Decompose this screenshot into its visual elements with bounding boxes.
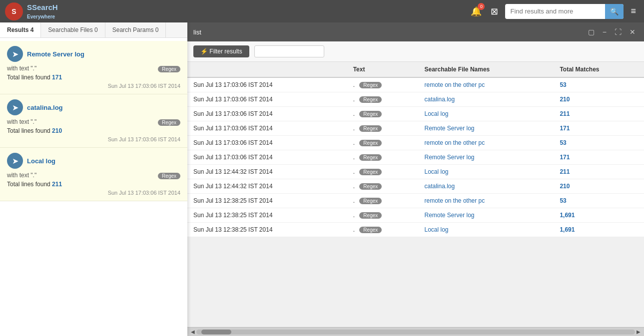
results-table-wrap[interactable]: Text Searchable File Names Total Matches… xyxy=(187,62,644,327)
cell-text: . Regex xyxy=(347,179,419,194)
result-title: Local log xyxy=(27,157,55,165)
result-arrow-icon: ➤ xyxy=(7,153,23,169)
scroll-track[interactable] xyxy=(196,330,635,335)
list-item[interactable]: ➤ Remote Server log with text "." Regex … xyxy=(0,41,187,94)
right-panel-title: list xyxy=(193,28,201,36)
result-title: catalina.log xyxy=(27,104,63,111)
left-panel: Results 4 Searchable Files 0 Search Para… xyxy=(0,22,187,336)
cell-date: Sun Jul 13 12:38:25 IST 2014 xyxy=(187,194,347,208)
horizontal-scrollbar[interactable]: ◀ ▶ xyxy=(187,327,644,336)
panel-minimize-button[interactable]: − xyxy=(600,27,609,37)
cell-date: Sun Jul 13 17:03:06 IST 2014 xyxy=(187,136,347,150)
table-row: Sun Jul 13 17:03:06 IST 2014 . Regex Rem… xyxy=(187,121,644,136)
result-text-meta: with text "." xyxy=(7,172,36,179)
regex-badge: Regex xyxy=(158,66,180,72)
result-text-meta: with text "." xyxy=(7,118,36,125)
cell-text: . Regex xyxy=(347,92,419,107)
cell-matches: 210 xyxy=(554,179,644,194)
result-count: Total lines found 211 xyxy=(7,181,180,188)
cell-matches: 211 xyxy=(554,107,644,121)
tab-results[interactable]: Results 4 xyxy=(0,22,41,37)
cell-file: Remote Server log xyxy=(419,150,554,165)
col-text: Text xyxy=(347,62,419,77)
tabs-bar: Results 4 Searchable Files 0 Search Para… xyxy=(0,22,187,38)
cell-date: Sun Jul 13 12:38:25 IST 2014 xyxy=(187,208,347,223)
cell-matches: 53 xyxy=(554,136,644,150)
list-item[interactable]: ➤ catalina.log with text "." Regex Total… xyxy=(0,94,187,148)
cell-date: Sun Jul 13 17:03:06 IST 2014 xyxy=(187,92,347,107)
regex-badge: Regex xyxy=(158,119,180,126)
cell-matches: 1,691 xyxy=(554,208,644,223)
tab-search-params[interactable]: Search Params 0 xyxy=(105,22,166,37)
table-row: Sun Jul 13 17:03:06 IST 2014 . Regex cat… xyxy=(187,92,644,107)
cell-text: . Regex xyxy=(347,194,419,208)
table-row: Sun Jul 13 12:38:25 IST 2014 . Regex Rem… xyxy=(187,208,644,223)
result-count: Total lines found 171 xyxy=(7,74,180,81)
global-search-input[interactable] xyxy=(505,7,605,15)
table-row: Sun Jul 13 17:03:06 IST 2014 . Regex Rem… xyxy=(187,150,644,165)
result-timestamp: Sun Jul 13 17:03:06 IST 2014 xyxy=(7,136,180,142)
cell-file: catalina.log xyxy=(419,179,554,194)
col-date xyxy=(187,62,347,77)
header-right: 🔔 0 ⊠ 🔍 ≡ xyxy=(469,4,639,19)
cell-matches: 53 xyxy=(554,77,644,92)
cell-date: Sun Jul 13 12:38:25 IST 2014 xyxy=(187,223,347,237)
result-title: Remote Server log xyxy=(27,50,84,58)
panel-square-button[interactable]: ▢ xyxy=(586,27,597,37)
cell-text: . Regex xyxy=(347,107,419,121)
table-row: Sun Jul 13 12:38:25 IST 2014 . Regex Loc… xyxy=(187,223,644,237)
result-text-meta: with text "." xyxy=(7,65,36,72)
filter-results-button[interactable]: ⚡ Filter results xyxy=(193,45,249,57)
cell-file: Local log xyxy=(419,223,554,237)
cell-date: Sun Jul 13 17:03:06 IST 2014 xyxy=(187,77,347,92)
notification-button[interactable]: 🔔 0 xyxy=(469,4,484,19)
cell-file: catalina.log xyxy=(419,92,554,107)
cell-date: Sun Jul 13 12:44:32 IST 2014 xyxy=(187,179,347,194)
table-header-row: Text Searchable File Names Total Matches xyxy=(187,62,644,77)
cell-matches: 211 xyxy=(554,165,644,179)
table-row: Sun Jul 13 12:38:25 IST 2014 . Regex rem… xyxy=(187,194,644,208)
panel-close-button[interactable]: ✕ xyxy=(627,27,638,37)
main-area: Results 4 Searchable Files 0 Search Para… xyxy=(0,22,644,336)
results-table: Text Searchable File Names Total Matches… xyxy=(187,62,644,237)
menu-button[interactable]: ≡ xyxy=(628,4,639,18)
cell-text: . Regex xyxy=(347,121,419,136)
regex-badge: Regex xyxy=(158,173,180,179)
panel-maximize-button[interactable]: ⛶ xyxy=(612,27,624,37)
cell-text: . Regex xyxy=(347,165,419,179)
cell-text: . Regex xyxy=(347,150,419,165)
tab-searchable-files[interactable]: Searchable Files 0 xyxy=(41,22,105,37)
right-panel-header: list ▢ − ⛶ ✕ xyxy=(187,22,644,41)
cell-text: . Regex xyxy=(347,223,419,237)
cell-matches: 210 xyxy=(554,92,644,107)
app-header: S SSearcH Everywhere 🔔 0 ⊠ 🔍 ≡ xyxy=(0,0,644,22)
result-count: Total lines found 210 xyxy=(7,127,180,134)
cell-matches: 171 xyxy=(554,121,644,136)
expand-button[interactable]: ⊠ xyxy=(488,4,501,19)
cell-matches: 53 xyxy=(554,194,644,208)
cell-date: Sun Jul 13 17:03:06 IST 2014 xyxy=(187,150,347,165)
result-arrow-icon: ➤ xyxy=(7,99,23,115)
app-title: SSearcH Everywhere xyxy=(27,3,58,20)
list-item[interactable]: ➤ Local log with text "." Regex Total li… xyxy=(0,148,187,201)
cell-date: Sun Jul 13 12:44:32 IST 2014 xyxy=(187,165,347,179)
cell-date: Sun Jul 13 17:03:06 IST 2014 xyxy=(187,107,347,121)
cell-text: . Regex xyxy=(347,136,419,150)
notification-badge: 0 xyxy=(478,3,485,10)
scroll-right-button[interactable]: ▶ xyxy=(635,329,642,335)
cell-file: remote on the other pc xyxy=(419,77,554,92)
logo-icon: S xyxy=(5,2,23,20)
cell-file: Local log xyxy=(419,165,554,179)
scroll-left-button[interactable]: ◀ xyxy=(189,329,196,335)
cell-date: Sun Jul 13 17:03:06 IST 2014 xyxy=(187,121,347,136)
scroll-thumb[interactable] xyxy=(201,330,231,335)
results-list: ➤ Remote Server log with text "." Regex … xyxy=(0,38,187,336)
table-row: Sun Jul 13 12:44:32 IST 2014 . Regex cat… xyxy=(187,179,644,194)
cell-file: Remote Server log xyxy=(419,208,554,223)
table-row: Sun Jul 13 17:03:06 IST 2014 . Regex rem… xyxy=(187,77,644,92)
cell-file: Local log xyxy=(419,107,554,121)
col-file-names: Searchable File Names xyxy=(419,62,554,77)
cell-file: remote on the other pc xyxy=(419,136,554,150)
global-search-button[interactable]: 🔍 xyxy=(605,4,624,19)
filter-input[interactable] xyxy=(254,45,324,57)
